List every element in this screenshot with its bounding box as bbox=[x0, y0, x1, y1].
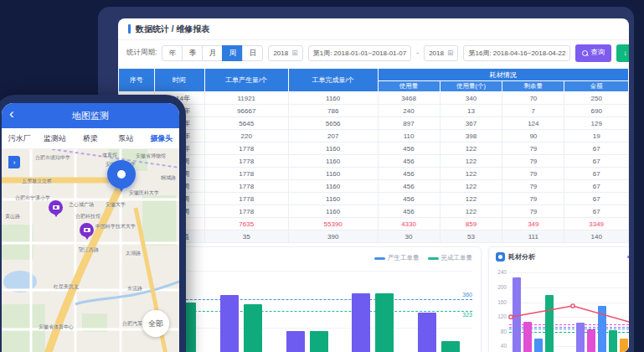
table-cell: 5645 bbox=[204, 117, 288, 130]
average-row: 平均值353903053111140 bbox=[119, 230, 629, 243]
workorder-chart-plot: 360323 bbox=[144, 271, 472, 352]
table-cell: 79 bbox=[502, 180, 564, 193]
table-cell: 129 bbox=[564, 117, 629, 130]
back-chevron-icon[interactable]: ‹ bbox=[9, 106, 14, 122]
camera-pin[interactable] bbox=[80, 223, 94, 237]
column-header: 时间 bbox=[154, 69, 204, 92]
table-cell: 207 bbox=[288, 130, 378, 142]
range-end-input[interactable]: 第16周: 2018-04-16~2018-04-22 bbox=[463, 45, 570, 61]
query-button[interactable]: 查询 bbox=[575, 44, 611, 62]
table-cell: 67 bbox=[564, 193, 629, 205]
breadcrumb-accent-bar bbox=[128, 24, 131, 34]
range-start-value: 第1周: 2018-01-01~2018-01-07 bbox=[313, 49, 406, 58]
map-label: 合肥市宁溪小学 bbox=[15, 194, 50, 202]
gridline bbox=[144, 271, 472, 272]
map-label: 安徽省体育中心 bbox=[39, 324, 74, 331]
phone-tab-监测站[interactable]: 监测站 bbox=[37, 133, 72, 144]
selected-camera-pin[interactable] bbox=[107, 160, 136, 189]
table-cell: 13 bbox=[440, 105, 502, 117]
map-label: 合肥市琥珀中学 bbox=[35, 154, 70, 162]
search-icon bbox=[582, 50, 588, 56]
phone-tab-桥梁[interactable]: 桥梁 bbox=[73, 133, 108, 144]
table-cell: 240 bbox=[378, 105, 440, 117]
workorder-chart-legend: 产生工单量完成工单量 bbox=[374, 254, 472, 262]
dashboard-panel: 数据统计 / 维修报表 统计周期: 年季月周日 2018 ⊞ 第1周: 2018… bbox=[118, 18, 629, 352]
table-cell: 3468 bbox=[378, 92, 440, 105]
range-start-input[interactable]: 第1周: 2018-01-01~2018-01-07 bbox=[308, 45, 411, 61]
legend-item[interactable]: 产生工单量 bbox=[374, 254, 420, 262]
legend-item[interactable]: 完成工单量 bbox=[428, 254, 473, 262]
table-cell: 122 bbox=[440, 205, 502, 218]
period-option-日[interactable]: 日 bbox=[242, 45, 263, 61]
table-cell: 122 bbox=[440, 180, 502, 193]
year-start-select[interactable]: 2018 ⊞ bbox=[268, 45, 302, 61]
table-cell: 398 bbox=[440, 130, 502, 142]
phone-tab-污水厂[interactable]: 污水厂 bbox=[2, 133, 37, 144]
table-cell: 1778 bbox=[204, 205, 288, 218]
map-label: 安徽医科大学 bbox=[129, 189, 159, 197]
export-excel-button[interactable]: ↓ 导出Excel bbox=[616, 44, 629, 62]
table-cell: 1160 bbox=[288, 92, 378, 105]
table-row: 12014年119211160346834070250 bbox=[119, 92, 629, 105]
pie-chart-icon bbox=[496, 252, 505, 261]
total-cell: 4330 bbox=[378, 218, 440, 230]
bar-完成工单量-第16周 bbox=[441, 341, 460, 352]
table-cell: 220 bbox=[204, 130, 288, 142]
sub-column-header: 使用量 bbox=[378, 81, 440, 92]
map-label: 桐城路 bbox=[161, 174, 176, 182]
table-row: 52018年177811604561227967 bbox=[119, 142, 629, 155]
phone-app-header: ‹ 地图监测 bbox=[2, 103, 179, 128]
camera-pin[interactable] bbox=[49, 200, 63, 215]
trend-line bbox=[509, 269, 629, 352]
table-cell: 340 bbox=[440, 92, 502, 105]
map-all-button[interactable]: 全部 bbox=[142, 310, 169, 337]
legend-label: 完成工单量 bbox=[441, 254, 473, 262]
legend-dash bbox=[374, 257, 385, 260]
range-end-value: 第16周: 2018-04-16~2018-04-22 bbox=[468, 49, 565, 58]
table-cell: 786 bbox=[288, 105, 378, 117]
period-option-月[interactable]: 月 bbox=[202, 45, 223, 61]
consumable-chart-title: 耗材分析 bbox=[508, 252, 535, 261]
table-cell: 897 bbox=[378, 117, 440, 130]
legend-dash bbox=[428, 257, 439, 260]
table-cell: 456 bbox=[378, 205, 440, 218]
average-cell: 140 bbox=[564, 230, 629, 243]
table-row: 6第12周177811604561227967 bbox=[119, 155, 629, 168]
table-cell: 122 bbox=[440, 142, 502, 155]
table-row: 8第14周177811604561227967 bbox=[119, 180, 629, 193]
map-label: 体育馆 bbox=[102, 152, 117, 159]
period-option-年[interactable]: 年 bbox=[162, 45, 183, 61]
legend-dash bbox=[627, 256, 629, 258]
year-end-select[interactable]: 2018 ⊞ bbox=[424, 45, 458, 61]
table-cell: 79 bbox=[502, 205, 564, 218]
bar-产生工单量-第15周 bbox=[352, 293, 370, 352]
total-row: 合计76355539043308593493349 bbox=[119, 218, 629, 230]
bar-产生工单量-第14周 bbox=[286, 331, 305, 352]
map-canvas[interactable]: 合肥市琥珀中学体育馆安徽农业大学安徽省博物馆五里墩立交桥桐城路合肥市宁溪小学之心… bbox=[2, 149, 179, 352]
table-cell: 456 bbox=[378, 193, 440, 205]
table-header-row: 序号时间工单产生量/个工单完成量/个耗材情况 bbox=[119, 69, 629, 81]
phone-tab-摄像头[interactable]: 摄像头 bbox=[144, 133, 179, 144]
period-option-季[interactable]: 季 bbox=[182, 45, 203, 61]
phone-tab-泵站[interactable]: 泵站 bbox=[108, 133, 143, 144]
reference-line-label: 360 bbox=[462, 292, 472, 298]
table-cell: 124 bbox=[502, 117, 564, 130]
period-option-周[interactable]: 周 bbox=[222, 45, 243, 61]
table-cell: 67 bbox=[564, 168, 629, 180]
calendar-icon: ⊞ bbox=[447, 49, 454, 57]
table-row: 10第16周177811604561227967 bbox=[119, 205, 629, 218]
table-cell: 122 bbox=[440, 168, 502, 180]
table-cell: 1778 bbox=[204, 142, 288, 155]
legend-label: 产生工单量 bbox=[388, 254, 420, 262]
table-row: 9第15周177811604561227967 bbox=[119, 193, 629, 205]
table-cell: 1160 bbox=[288, 155, 378, 168]
map-label: 黄山路 bbox=[5, 213, 20, 220]
reference-line-label: 323 bbox=[462, 312, 472, 318]
bar-产生工单量-第13周 bbox=[220, 295, 239, 352]
query-button-label: 查询 bbox=[590, 48, 605, 58]
consumable-chart-header: 耗材分析 bbox=[489, 247, 629, 261]
table-cell: 367 bbox=[440, 117, 502, 130]
map-expand-button[interactable]: › bbox=[8, 156, 20, 168]
table-row: 7第13周177811604561227967 bbox=[119, 168, 629, 180]
table-cell: 250 bbox=[564, 92, 629, 105]
